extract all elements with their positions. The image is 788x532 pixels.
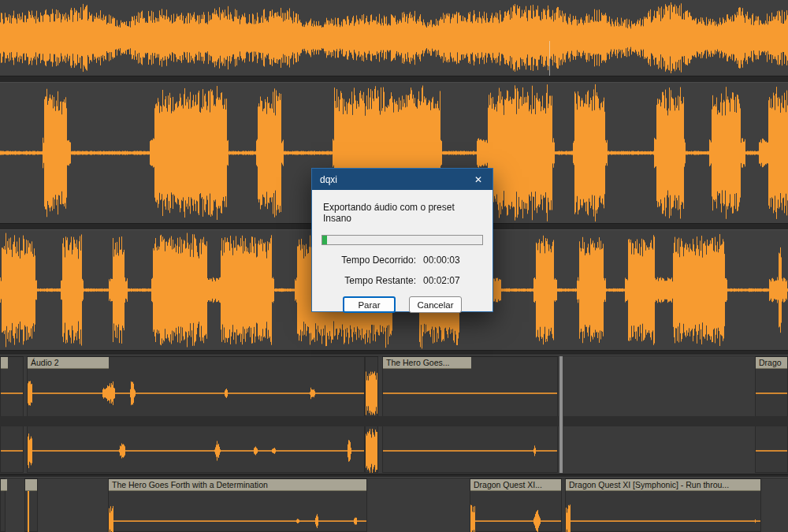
- clip-hero-full[interactable]: The Hero Goes Forth with a Determination: [108, 478, 367, 532]
- clip-waveform: [383, 370, 557, 416]
- clip-waveform: [28, 370, 364, 416]
- progress-fill: [322, 236, 327, 244]
- clip-header: Áudio 2: [28, 357, 109, 369]
- clip-header: [1, 479, 7, 491]
- track-1-waveform: [0, 0, 788, 76]
- clip-edge-left[interactable]: [0, 356, 24, 473]
- clip-label: The Hero Goes Forth with a Determination: [112, 480, 268, 489]
- edit-cursor[interactable]: [559, 356, 563, 473]
- export-progress-dialog: dqxi ✕ Exportando áudio com o preset Ins…: [311, 168, 493, 312]
- export-message: Exportando áudio com o preset Insano: [322, 202, 483, 224]
- track-divider-1[interactable]: [0, 76, 788, 83]
- clip-header: The Hero Goes Forth with a Determination: [109, 479, 366, 491]
- clip-label: Dragon Quest XI [Symphonic] - Run throu.…: [569, 480, 729, 489]
- lane-divider: [0, 416, 788, 426]
- stop-button[interactable]: Parar: [343, 296, 396, 313]
- clip-dq-run[interactable]: Dragon Quest XI [Symphonic] - Run throu.…: [565, 478, 761, 532]
- track-1[interactable]: [0, 0, 788, 76]
- clip-label: Drago: [759, 358, 782, 367]
- clip-label: Dragon Quest XI...: [474, 480, 542, 489]
- elapsed-label: Tempo Decorrido:: [333, 255, 416, 266]
- clip-waveform: [1, 370, 23, 416]
- clip-label: Áudio 2: [31, 358, 59, 367]
- clip-label: The Hero Goes...: [386, 358, 450, 367]
- clip-waveform-line: [28, 491, 29, 532]
- dialog-body: Exportando áudio com o preset Insano Tem…: [312, 190, 492, 321]
- clip-waveform: [366, 428, 377, 474]
- clip-waveform: [28, 428, 364, 474]
- audio-editor-window: Áudio 2 The Hero Goes... Drago: [0, 0, 788, 532]
- clip-edge-sliver[interactable]: [0, 478, 6, 532]
- remaining-value: 00:02:07: [423, 275, 472, 286]
- clip-header: Dragon Quest XI [Symphonic] - Run throu.…: [566, 479, 760, 491]
- clip-header: [25, 479, 37, 491]
- dialog-title-bar[interactable]: dqxi ✕: [312, 169, 492, 190]
- dialog-title: dqxi: [320, 174, 337, 185]
- progress-bar: [322, 235, 483, 245]
- clip-waveform: [470, 491, 561, 532]
- remaining-row: Tempo Restante: 00:02:07: [322, 275, 483, 286]
- clip-waveform: [383, 428, 557, 474]
- clip-waveform: [756, 370, 787, 416]
- dialog-buttons: Parar Cancelar: [322, 296, 483, 313]
- clip-waveform: [366, 370, 377, 416]
- clip-dragon-partial[interactable]: Drago: [755, 356, 788, 473]
- clip-dq-short[interactable]: Dragon Quest XI...: [470, 478, 562, 532]
- clip-audio2[interactable]: Áudio 2: [27, 356, 365, 473]
- clip-hero-goes[interactable]: The Hero Goes...: [382, 356, 558, 473]
- clip-header: The Hero Goes...: [383, 357, 471, 369]
- clip-waveform: [756, 428, 787, 474]
- clip-small-burst[interactable]: [24, 478, 38, 532]
- track-divider-3[interactable]: [0, 350, 788, 355]
- elapsed-row: Tempo Decorrido: 00:00:03: [322, 255, 483, 266]
- clip-header: Dragon Quest XI...: [470, 479, 561, 491]
- arrange-section-upper: Áudio 2 The Hero Goes... Drago: [0, 355, 788, 474]
- clip-waveform: [109, 491, 366, 532]
- clip-loud-snippet[interactable]: [365, 356, 378, 473]
- clip-waveform: [566, 491, 760, 532]
- playhead-line: [549, 41, 550, 76]
- clip-header: Drago: [756, 357, 787, 369]
- elapsed-value: 00:00:03: [423, 255, 472, 266]
- arrange-section-lower: The Hero Goes Forth with a Determination…: [0, 478, 788, 532]
- clip-waveform: [1, 428, 23, 474]
- clip-header: [1, 357, 8, 369]
- close-icon[interactable]: ✕: [464, 169, 492, 190]
- remaining-label: Tempo Restante:: [333, 275, 416, 286]
- cancel-button[interactable]: Cancelar: [409, 296, 462, 313]
